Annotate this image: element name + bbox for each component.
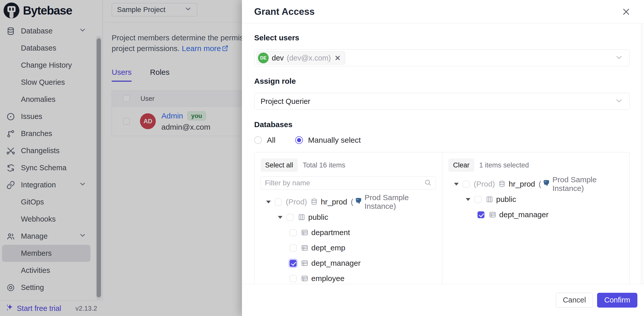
tree-row-schema: public — [261, 210, 436, 225]
transfer-source-pane: Select all Total 16 items (Prod) — [254, 152, 442, 284]
tree-row-table: department — [261, 225, 436, 240]
chevron-down-icon — [615, 96, 623, 106]
radio-icon — [254, 136, 262, 144]
drawer-body: Select users DE dev (dev@x.com) ✕ Assign… — [242, 23, 644, 284]
database-icon — [310, 198, 318, 206]
tree-checkbox[interactable] — [474, 196, 481, 203]
tree-row-table-selected: dept_manager — [448, 207, 623, 222]
table-icon — [301, 244, 308, 252]
user-chip: DE dev (dev@x.com) ✕ — [256, 51, 345, 65]
database-icon — [498, 180, 506, 188]
radio-icon-selected — [295, 136, 303, 144]
tree-row-table: employee — [261, 271, 436, 284]
close-icon[interactable] — [621, 6, 632, 17]
transfer-selected-pane: Clear 1 items selected (Prod) hr_prod ( — [442, 152, 629, 284]
app: Bytebase Database Databases Change Histo… — [0, 0, 644, 316]
assign-role-label: Assign role — [254, 77, 630, 86]
radio-manually-select[interactable]: Manually select — [295, 136, 361, 144]
caret-down-icon[interactable] — [466, 198, 470, 201]
selected-count: 1 items selected — [479, 161, 529, 169]
database-transfer-panel: Select all Total 16 items (Prod) — [254, 152, 630, 284]
search-icon — [424, 179, 432, 187]
caret-down-icon[interactable] — [278, 216, 282, 219]
instance-suffix: ( Prod Sample Instance) — [539, 175, 623, 193]
role-select[interactable]: Project Querier — [254, 93, 630, 110]
schema-icon — [298, 213, 305, 221]
tree-row-instance: (Prod) hr_prod ( Prod Sample Instance) — [261, 194, 436, 210]
selected-tree: (Prod) hr_prod ( Prod Sample Instance) — [448, 176, 623, 222]
tree-row-instance: (Prod) hr_prod ( Prod Sample Instance) — [448, 176, 623, 192]
tree-row-table: dept_emp — [261, 240, 436, 256]
caret-down-icon[interactable] — [266, 201, 271, 203]
tree-checkbox[interactable] — [463, 181, 470, 188]
table-icon — [488, 211, 496, 219]
tree-checkbox[interactable] — [275, 199, 282, 205]
tree-checkbox[interactable] — [290, 229, 297, 236]
modal-overlay[interactable] — [0, 0, 242, 316]
drawer-footer: Cancel Confirm — [242, 284, 644, 316]
schema-icon — [485, 196, 493, 203]
drawer-header: Grant Access — [242, 0, 644, 23]
drawer-title: Grant Access — [254, 6, 315, 17]
postgresql-icon — [543, 179, 551, 189]
total-count: Total 16 items — [303, 161, 345, 169]
chip-avatar: DE — [258, 53, 269, 63]
drawer-scrollbar-gutter[interactable] — [641, 23, 644, 284]
tree-checkbox[interactable] — [290, 275, 297, 282]
tree-checkbox-checked[interactable] — [290, 260, 297, 267]
radio-all[interactable]: All — [254, 136, 275, 144]
table-icon — [301, 275, 308, 283]
tree-checkbox[interactable] — [290, 245, 297, 251]
cancel-button[interactable]: Cancel — [556, 293, 593, 308]
instance-suffix: ( Prod Sample Instance) — [351, 193, 436, 211]
table-icon — [301, 229, 308, 237]
postgresql-icon — [355, 197, 363, 207]
caret-down-icon[interactable] — [454, 183, 459, 186]
tree-checkbox[interactable] — [287, 214, 293, 221]
user-select[interactable]: DE dev (dev@x.com) ✕ — [254, 50, 630, 66]
filter-input-wrap — [261, 176, 436, 190]
database-scope-radios: All Manually select — [254, 136, 630, 144]
chip-remove-icon[interactable]: ✕ — [334, 54, 341, 63]
select-users-label: Select users — [254, 33, 630, 42]
filter-input[interactable] — [265, 179, 424, 187]
source-tree: (Prod) hr_prod ( Prod Sample Instance) — [261, 194, 436, 284]
table-icon — [301, 259, 308, 267]
grant-access-drawer: Grant Access Select users DE dev (dev@x.… — [242, 0, 644, 316]
tree-checkbox-checked[interactable] — [478, 211, 484, 218]
tree-row-schema: public — [448, 192, 623, 207]
clear-button[interactable]: Clear — [448, 159, 474, 172]
tree-row-table-selected: dept_manager — [261, 256, 436, 271]
chevron-down-icon — [615, 53, 623, 63]
select-all-button[interactable]: Select all — [261, 159, 298, 172]
confirm-button[interactable]: Confirm — [597, 293, 637, 308]
databases-label: Databases — [254, 120, 630, 129]
